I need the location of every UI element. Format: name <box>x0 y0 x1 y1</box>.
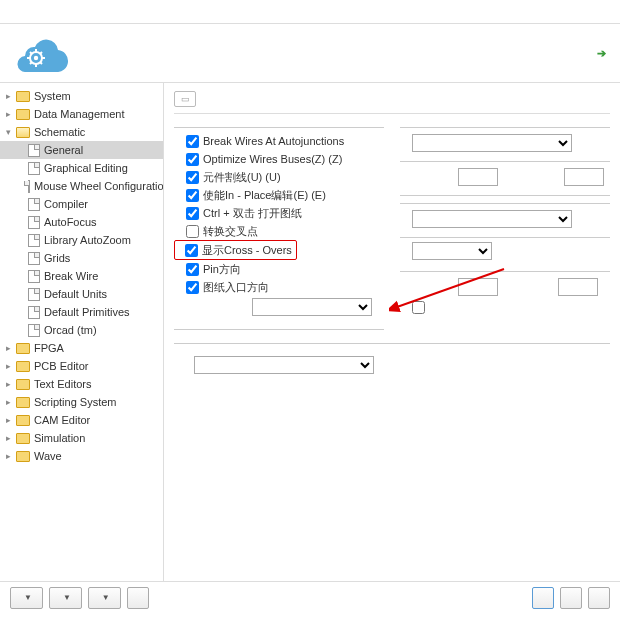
folder-icon <box>16 451 30 462</box>
section-pin-margin <box>400 158 610 162</box>
tree-item-wave[interactable]: ▸Wave <box>0 447 163 465</box>
pin-qty-field[interactable] <box>564 168 604 186</box>
tree-item-autofocus[interactable]: AutoFocus <box>0 213 163 231</box>
tree-item-fpga[interactable]: ▸FPGA <box>0 339 163 357</box>
tree-item-grids[interactable]: Grids <box>0 249 163 267</box>
option-checkbox[interactable] <box>186 189 199 202</box>
tree-item-graphical-editing[interactable]: Graphical Editing <box>0 159 163 177</box>
tree-item-label: PCB Editor <box>34 360 88 372</box>
tree-item-label: Break Wire <box>44 270 98 282</box>
tree-item-label: AutoFocus <box>44 216 97 228</box>
defaults-button[interactable]: ▼ <box>10 587 43 609</box>
close-icon[interactable] <box>598 4 614 20</box>
tree-item-label: Text Editors <box>34 378 91 390</box>
dialog-footer: ▼ ▼ ▼ <box>0 581 620 613</box>
tree-item-label: CAM Editor <box>34 414 90 426</box>
twisty-icon[interactable]: ▸ <box>6 451 16 461</box>
option-row[interactable]: 元件割线(U) (U) <box>174 168 384 186</box>
twisty-icon[interactable]: ▸ <box>6 109 16 119</box>
twisty-icon[interactable]: ▸ <box>6 379 16 389</box>
signin-link[interactable]: ➔ <box>594 47 606 60</box>
load-button[interactable]: ▼ <box>88 587 121 609</box>
doc-scope-select[interactable] <box>412 210 572 228</box>
sidebar-tree[interactable]: ▸System▸Data Management▾SchematicGeneral… <box>0 83 164 581</box>
option-row[interactable]: Ctrl + 双击 打开图纸 <box>174 204 384 222</box>
drag-step-select[interactable] <box>252 298 372 316</box>
option-row[interactable]: 使能In - Place编辑(E) (E) <box>174 186 384 204</box>
tree-item-default-primitives[interactable]: Default Primitives <box>0 303 163 321</box>
page-icon <box>28 270 40 283</box>
apply-button[interactable] <box>588 587 610 609</box>
twisty-icon[interactable]: ▾ <box>6 127 16 137</box>
option-checkbox[interactable] <box>185 244 198 257</box>
option-checkbox[interactable] <box>186 281 199 294</box>
twisty-icon[interactable]: ▸ <box>6 433 16 443</box>
folder-icon <box>16 433 30 444</box>
folder-icon <box>16 397 30 408</box>
tree-item-data-management[interactable]: ▸Data Management <box>0 105 163 123</box>
tree-item-general[interactable]: General <box>0 141 163 159</box>
cancel-button[interactable] <box>560 587 582 609</box>
tree-item-pcb-editor[interactable]: ▸PCB Editor <box>0 357 163 375</box>
option-row[interactable]: 显示Cross - Overs <box>174 240 297 260</box>
save-button[interactable]: ▼ <box>49 587 82 609</box>
section-doc-scope <box>400 200 610 204</box>
option-row[interactable]: 转换交叉点 <box>174 222 384 240</box>
template-select[interactable] <box>194 356 374 374</box>
tree-item-scripting-system[interactable]: ▸Scripting System <box>0 393 163 411</box>
tree-item-text-editors[interactable]: ▸Text Editors <box>0 375 163 393</box>
page-icon <box>28 306 40 319</box>
svg-line-9 <box>30 62 32 64</box>
tree-item-schematic[interactable]: ▾Schematic <box>0 123 163 141</box>
option-label: Break Wires At Autojunctions <box>203 135 344 147</box>
option-row[interactable]: Break Wires At Autojunctions <box>174 132 384 150</box>
caret-down-icon: ▼ <box>63 593 71 602</box>
twisty-icon[interactable]: ▸ <box>6 415 16 425</box>
pin-name-field[interactable] <box>458 168 498 186</box>
twisty-icon[interactable]: ▸ <box>6 397 16 407</box>
svg-line-6 <box>30 52 32 54</box>
tree-item-compiler[interactable]: Compiler <box>0 195 163 213</box>
folder-icon <box>16 127 30 138</box>
tree-item-cam-editor[interactable]: ▸CAM Editor <box>0 411 163 429</box>
header: ➔ <box>0 24 620 83</box>
twisty-icon[interactable]: ▸ <box>6 91 16 101</box>
tree-item-system[interactable]: ▸System <box>0 87 163 105</box>
tree-item-mouse-wheel-configuration[interactable]: Mouse Wheel Configuration <box>0 177 163 195</box>
tree-item-default-units[interactable]: Default Units <box>0 285 163 303</box>
twisty-icon[interactable]: ▸ <box>6 361 16 371</box>
tree-item-break-wire[interactable]: Break Wire <box>0 267 163 285</box>
tree-item-library-autozoom[interactable]: Library AutoZoom <box>0 231 163 249</box>
caret-down-icon: ▼ <box>24 593 32 602</box>
tree-item-orcad-tm-[interactable]: Orcad (tm) <box>0 321 163 339</box>
tree-item-label: System <box>34 90 71 102</box>
svg-line-7 <box>40 62 42 64</box>
twisty-icon[interactable]: ▸ <box>6 343 16 353</box>
option-checkbox[interactable] <box>186 263 199 276</box>
option-row[interactable]: Optimize Wires Buses(Z) (Z) <box>174 150 384 168</box>
import-button[interactable] <box>127 587 149 609</box>
cloud-gear-icon <box>14 34 70 72</box>
option-row[interactable]: 图纸入口方向 <box>174 278 384 296</box>
svg-line-8 <box>40 52 42 54</box>
sheet-size-select[interactable] <box>412 242 492 260</box>
folder-icon <box>16 343 30 354</box>
option-checkbox[interactable] <box>186 225 199 238</box>
option-label: Optimize Wires Buses(Z) (Z) <box>203 153 342 165</box>
option-label: 元件割线(U) (U) <box>203 170 281 185</box>
alpha-suffix-select[interactable] <box>412 134 572 152</box>
tree-item-simulation[interactable]: ▸Simulation <box>0 429 163 447</box>
seg-secondary-field[interactable] <box>558 278 598 296</box>
option-checkbox[interactable] <box>186 135 199 148</box>
tree-item-label: Wave <box>34 450 62 462</box>
tree-item-label: Data Management <box>34 108 125 120</box>
seg-primary-field[interactable] <box>458 278 498 296</box>
option-checkbox[interactable] <box>186 207 199 220</box>
option-label: 图纸入口方向 <box>203 280 269 295</box>
option-row[interactable]: Pin方向 <box>174 260 384 278</box>
option-checkbox[interactable] <box>186 171 199 184</box>
remove-leading-zero-checkbox[interactable] <box>412 301 425 314</box>
option-checkbox[interactable] <box>186 153 199 166</box>
page-icon <box>28 144 40 157</box>
ok-button[interactable] <box>532 587 554 609</box>
